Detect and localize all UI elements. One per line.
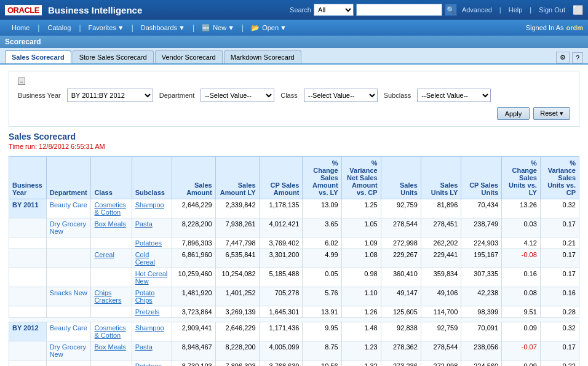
cell-numeric: 0.16	[502, 268, 541, 287]
cell-dept: Snacks New	[46, 287, 91, 306]
cell-subclass[interactable]: Pasta	[132, 341, 172, 360]
dashboards-dropdown[interactable]: Dashboards ▼	[135, 22, 191, 33]
cell-numeric: 2,646,229	[215, 322, 259, 341]
search-input[interactable]	[356, 4, 442, 16]
cell-numeric: 4,012,421	[259, 218, 303, 237]
search-button[interactable]: 🔍	[445, 4, 457, 16]
open-dropdown[interactable]: 📂Open ▼	[245, 22, 293, 34]
cell-numeric: 224,903	[461, 237, 502, 249]
department-select[interactable]: --Select Value--	[201, 89, 274, 102]
cell-numeric: 0.08	[502, 287, 541, 306]
cell-class[interactable]: Cosmetics & Cotton	[91, 322, 132, 341]
cell-class[interactable]: Cereal	[91, 249, 132, 268]
cell-numeric: 2,909,441	[172, 322, 215, 341]
favorites-dropdown[interactable]: Favorites ▼	[82, 22, 130, 33]
cell-year	[9, 268, 47, 287]
table-row: Potatoes7,896,3037,447,7983,769,4026.021…	[9, 237, 579, 249]
cell-numeric: 3,769,402	[259, 237, 303, 249]
class-select[interactable]: --Select Value--	[304, 89, 378, 102]
cell-numeric: 5.76	[303, 287, 341, 306]
cell-numeric: 3,269,139	[215, 306, 259, 318]
cell-dept	[46, 306, 91, 318]
apply-button[interactable]: Apply	[497, 107, 530, 120]
cell-subclass[interactable]: Pasta	[132, 218, 172, 237]
cell-numeric: 195,167	[461, 249, 502, 268]
subclass-select[interactable]: --Select Value--	[417, 89, 491, 102]
cell-dept: Dry Grocery New	[46, 218, 91, 237]
cell-numeric: 10,254,082	[215, 268, 259, 287]
cell-numeric: 70,434	[461, 199, 502, 218]
scorecard-bar: Scorecard	[0, 36, 588, 48]
scorecard-title: Sales Scorecard	[9, 132, 579, 141]
signout-link[interactable]: Sign Out	[539, 6, 565, 14]
cell-year	[9, 341, 47, 360]
cell-subclass[interactable]: Shampoo	[132, 199, 172, 218]
cell-class[interactable]: Chips Crackers	[91, 287, 132, 306]
home-link[interactable]: Home	[5, 22, 36, 34]
tab-vendor-scorecard[interactable]: Vendor Scorecard	[155, 50, 223, 63]
cell-subclass[interactable]: Potatoes	[132, 237, 172, 249]
reset-button[interactable]: Reset ▾	[533, 107, 570, 120]
advanced-link[interactable]: Advanced	[462, 6, 492, 14]
cell-year	[9, 249, 47, 268]
cell-numeric: -0.07	[502, 341, 541, 360]
business-year-label: Business Year	[18, 92, 61, 99]
cell-numeric: 8,228,200	[172, 218, 215, 237]
business-year-select[interactable]: BY 2011;BY 2012	[67, 89, 153, 102]
cell-numeric: 6,535,841	[215, 249, 259, 268]
cell-numeric: 3,768,639	[259, 360, 303, 367]
cell-subclass[interactable]: Pretzels	[132, 306, 172, 318]
manage-tabs-button[interactable]: ⚙	[556, 52, 570, 63]
cell-subclass[interactable]: Hot Cereal New	[132, 268, 172, 287]
cell-numeric: 1.48	[341, 322, 381, 341]
cell-numeric: 114,700	[421, 306, 461, 318]
cell-class[interactable]: Box Meals	[91, 218, 132, 237]
help-icon-button[interactable]: ?	[572, 52, 583, 63]
cell-numeric: 8,730,103	[172, 360, 215, 367]
tab-markdown-scorecard[interactable]: Markdown Scorecard	[224, 50, 301, 63]
cell-numeric: 359,834	[421, 268, 461, 287]
cell-subclass[interactable]: Potatoes	[132, 360, 172, 367]
cell-numeric: 8,948,467	[172, 341, 215, 360]
catalog-link[interactable]: Catalog	[41, 22, 77, 34]
cell-class[interactable]: Box Meals	[91, 341, 132, 360]
cell-subclass[interactable]: Potato Chips	[132, 287, 172, 306]
search-scope-select[interactable]: All	[314, 4, 354, 16]
table-row: BY 2011Beauty CareCosmetics & CottonSham…	[9, 199, 579, 218]
cell-numeric: 1,178,135	[259, 199, 303, 218]
cell-numeric: 0.17	[540, 268, 579, 287]
cell-numeric: 7,896,303	[172, 237, 215, 249]
collapse-icon[interactable]: −	[18, 78, 25, 85]
th-pct-change-sales: % Change Sales Amount vs. LY	[303, 157, 341, 199]
cell-numeric: 1.05	[341, 218, 381, 237]
tab-sales-scorecard[interactable]: Sales Scorecard	[5, 50, 71, 63]
cell-numeric: 272,998	[381, 237, 421, 249]
new-dropdown[interactable]: 🆕New ▼	[196, 22, 240, 34]
cell-dept	[46, 268, 91, 287]
cell-subclass[interactable]: Cold Cereal	[132, 249, 172, 268]
tab-icons: ⚙ ?	[556, 52, 583, 63]
help-link[interactable]: Help	[509, 6, 523, 14]
cell-year	[9, 306, 47, 318]
cell-dept	[46, 237, 91, 249]
cell-numeric: 1,401,252	[215, 287, 259, 306]
search-area: Search All 🔍	[290, 4, 457, 16]
th-pct-var-units: % Variance Sales Units vs. CP	[540, 157, 579, 199]
cell-numeric: 4,005,099	[259, 341, 303, 360]
cell-numeric: 705,278	[259, 287, 303, 306]
cell-numeric: 81,896	[421, 199, 461, 218]
cell-numeric: 10.56	[303, 360, 341, 367]
search-label: Search	[290, 6, 311, 14]
cell-numeric: 1.08	[341, 249, 381, 268]
cell-numeric: 92,838	[381, 322, 421, 341]
cell-numeric: 0.21	[540, 237, 579, 249]
cell-numeric: 42,238	[461, 287, 502, 306]
cell-class[interactable]: Cosmetics & Cotton	[91, 199, 132, 218]
cell-dept	[46, 360, 91, 367]
table-row: CerealCold Cereal6,861,9606,535,8413,301…	[9, 249, 579, 268]
cell-numeric: 0.16	[540, 287, 579, 306]
cell-numeric: 0.98	[341, 268, 381, 287]
cell-class	[91, 306, 132, 318]
cell-subclass[interactable]: Shampoo	[132, 322, 172, 341]
tab-store-sales-scorecard[interactable]: Store Sales Scorecard	[73, 50, 154, 63]
